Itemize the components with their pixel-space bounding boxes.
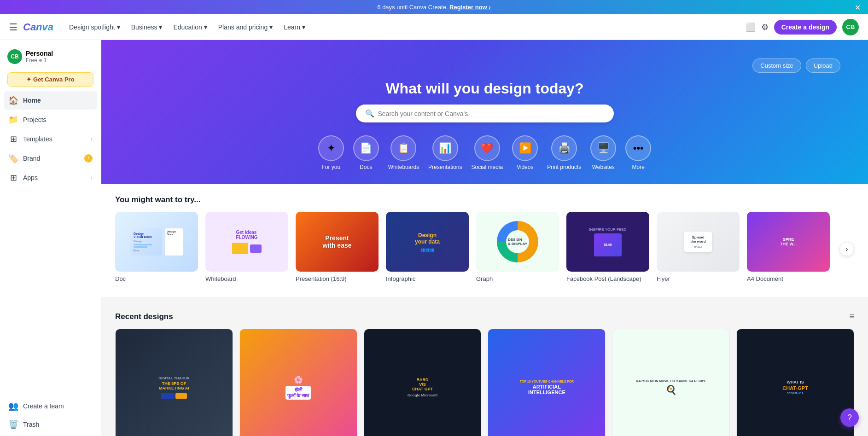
videos-icon: ▶️ [512, 135, 538, 161]
more-icon: ••• [625, 135, 651, 161]
category-more[interactable]: ••• More [625, 135, 651, 170]
display-icon[interactable]: ⬜ [746, 22, 756, 32]
category-label: Social media [472, 164, 503, 170]
presentation-thumbnail: Presentwith ease [296, 212, 379, 272]
templates-icon: ⊞ [8, 134, 18, 144]
search-input[interactable] [378, 110, 605, 117]
apps-icon: ⊞ [8, 173, 18, 183]
custom-size-button[interactable]: Custom size [752, 58, 801, 73]
facebook-thumbnail: INSPIRE YOUR FEED $5.00 [566, 212, 649, 272]
chevron-right-icon: › [91, 136, 93, 142]
whiteboards-icon: 📋 [390, 135, 416, 161]
banner-text: 6 days until Canva Create. [377, 4, 449, 11]
card-label: Facebook Post (Landscape) [566, 275, 649, 282]
recent-card-2[interactable]: 🌸 होलीफूलों के साथ [239, 329, 357, 436]
team-icon: 👥 [8, 401, 18, 411]
recent-title: Recent designs [115, 312, 173, 321]
category-label: Docs [360, 164, 372, 170]
sidebar-item-trash[interactable]: 🗑️ Trash [4, 415, 97, 434]
upload-button[interactable]: Upload [806, 58, 840, 73]
recent-card-6[interactable]: WHAT IS CHAT-GPT :chatGPT [736, 329, 854, 436]
sidebar-item-projects[interactable]: 📁 Projects [4, 110, 97, 129]
sidebar-item-home[interactable]: 🏠 Home [4, 91, 97, 110]
template-card-whiteboard[interactable]: Get ideasFLOWING Whiteboard [205, 212, 288, 282]
recent-card-5[interactable]: KALYUG MEIN MOVIE HIT KARNE KA RECIPE 🍳 [612, 329, 730, 436]
sidebar-item-create-team[interactable]: 👥 Create a team [4, 397, 97, 415]
list-view-icon[interactable]: ≡ [849, 312, 854, 321]
social-media-icon: ❤️ [474, 135, 500, 161]
category-for-you[interactable]: ✦ For you [318, 135, 344, 170]
category-print-products[interactable]: 🖨️ Print products [547, 135, 581, 170]
hero-title: What will you design today? [129, 80, 840, 97]
nav-education[interactable]: Education ▾ [169, 21, 211, 34]
category-videos[interactable]: ▶️ Videos [512, 135, 538, 170]
recent-card-4[interactable]: TOP 10 YOUTUBE CHANNELS FOR ARTIFICIALIN… [488, 329, 606, 436]
user-name: Personal [26, 50, 53, 57]
brand-badge: ! [84, 154, 93, 163]
avatar: CB [7, 49, 22, 64]
try-cards-row: DesignVisual Docs Design Docs DesignDocs [115, 212, 854, 286]
recent-section: Recent designs ≡ DIGITAL THAKUR THE 5PS … [101, 301, 868, 436]
get-pro-button[interactable]: ✦ Get Canva Pro [7, 72, 93, 87]
chevron-down-icon: ▾ [204, 23, 207, 31]
sidebar-item-label: Brand [23, 155, 40, 162]
home-icon: 🏠 [8, 95, 18, 105]
recent-grid: DIGITAL THAKUR THE 5PS OFMARKETING AI 🌸 … [115, 329, 854, 436]
template-card-infographic[interactable]: Designyour data 👥👥👥 Infographic [386, 212, 469, 282]
print-icon: 🖨️ [551, 135, 577, 161]
sidebar-item-label: Create a team [23, 402, 64, 410]
nav-learn[interactable]: Learn ▾ [279, 21, 310, 34]
template-card-facebook[interactable]: INSPIRE YOUR FEED $5.00 Facebook Post (L… [566, 212, 649, 282]
card-label: Infographic [386, 275, 469, 282]
card-label: Doc [115, 275, 198, 282]
recent-card-1[interactable]: DIGITAL THAKUR THE 5PS OFMARKETING AI [115, 329, 233, 436]
category-websites[interactable]: 🖥️ Websites [590, 135, 616, 170]
category-label: For you [321, 164, 340, 170]
main-layout: CB Personal Free 1 ✦ Get Canva Pro 🏠 Hom… [0, 40, 868, 436]
announcement-banner: 6 days until Canva Create. Register now … [0, 0, 868, 14]
sidebar-item-label: Apps [23, 174, 38, 181]
scroll-right-arrow[interactable]: › [839, 242, 854, 256]
flyer-thumbnail: Spreadthe word MALLY [657, 212, 740, 272]
trash-icon: 🗑️ [8, 419, 18, 430]
template-card-flyer[interactable]: Spreadthe word MALLY Flyer [657, 212, 740, 282]
close-banner-button[interactable]: ✕ [855, 3, 861, 12]
graph-thumbnail: DESIGN& DISPLAY [476, 212, 559, 272]
template-card-presentation[interactable]: Presentwith ease Presentation (16:9) [296, 212, 379, 282]
user-info: Personal Free 1 [26, 50, 53, 64]
sidebar-item-label: Home [23, 97, 41, 104]
nav-design-spotlight[interactable]: Design spotlight ▾ [64, 21, 125, 34]
canva-logo[interactable]: Canva [23, 21, 53, 33]
register-link[interactable]: Register now › [449, 4, 491, 11]
settings-icon[interactable]: ⚙ [761, 22, 769, 32]
sidebar-item-apps[interactable]: ⊞ Apps › [4, 169, 97, 187]
template-card-a4[interactable]: SPRETHE W... A4 Document [747, 212, 830, 282]
menu-toggle-button[interactable]: ☰ [9, 22, 17, 33]
projects-icon: 📁 [8, 115, 18, 125]
card-label: A4 Document [747, 275, 830, 282]
nav-business[interactable]: Business ▾ [127, 21, 167, 34]
help-button[interactable]: ? [840, 408, 859, 427]
infographic-thumbnail: Designyour data 👥👥👥 [386, 212, 469, 272]
sidebar-item-templates[interactable]: ⊞ Templates › [4, 130, 97, 148]
category-whiteboards[interactable]: 📋 Whiteboards [388, 135, 419, 170]
for-you-icon: ✦ [318, 135, 344, 161]
nav-plans[interactable]: Plans and pricing ▾ [214, 21, 277, 34]
create-design-button[interactable]: Create a design [774, 20, 837, 35]
template-card-doc[interactable]: DesignVisual Docs Design Docs DesignDocs [115, 212, 198, 282]
user-avatar-button[interactable]: CB [842, 19, 859, 35]
category-label: Presentations [428, 164, 462, 170]
sidebar-item-brand[interactable]: 🏷️ Brand ! [4, 149, 97, 168]
category-presentations[interactable]: 📊 Presentations [428, 135, 462, 170]
chevron-down-icon: ▾ [269, 23, 273, 31]
search-icon: 🔍 [365, 109, 374, 118]
recent-header: Recent designs ≡ [115, 312, 854, 321]
recent-card-3[interactable]: BARDV/SCHAT GPT Google Microsoft [364, 329, 482, 436]
card-label: Graph [476, 275, 559, 282]
user-plan: Free 1 [26, 57, 53, 64]
category-social-media[interactable]: ❤️ Social media [472, 135, 503, 170]
main-content: Custom size Upload What will you design … [101, 40, 868, 436]
category-docs[interactable]: 📄 Docs [353, 135, 379, 170]
main-nav: Design spotlight ▾ Business ▾ Education … [64, 21, 746, 34]
template-card-graph[interactable]: DESIGN& DISPLAY Graph [476, 212, 559, 282]
